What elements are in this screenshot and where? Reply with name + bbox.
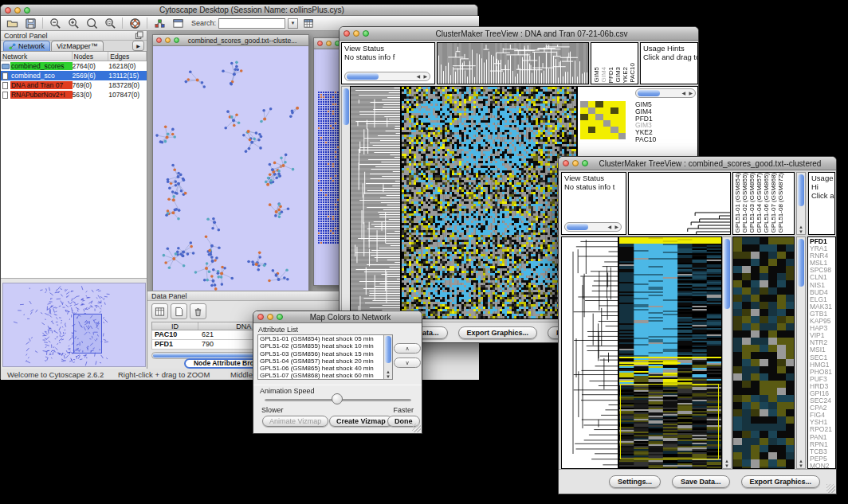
zoom-fit-button[interactable] xyxy=(84,17,100,30)
scroll-left-icon[interactable]: ◀ xyxy=(416,73,420,79)
minimize-icon[interactable] xyxy=(326,41,332,46)
zoom-window-icon[interactable] xyxy=(582,160,588,166)
close-icon[interactable] xyxy=(156,37,162,43)
network-overview-panel[interactable] xyxy=(2,283,146,367)
close-icon[interactable] xyxy=(344,30,350,37)
zoom-in-button[interactable] xyxy=(65,17,81,30)
gene-list-vscrollbar[interactable]: ▲▼ xyxy=(796,236,806,469)
zoom-window-icon[interactable] xyxy=(174,37,179,43)
open-session-button[interactable] xyxy=(4,17,20,30)
matrix-cell xyxy=(588,114,596,120)
scroll-right-icon[interactable]: ▶ xyxy=(614,224,618,229)
treeview2-action-button[interactable]: Export Graphics... xyxy=(741,475,821,488)
minimize-icon[interactable] xyxy=(14,7,21,14)
zoom-window-icon[interactable] xyxy=(24,7,30,14)
col-network[interactable]: Network xyxy=(1,52,73,61)
cytoscape-titlebar[interactable]: Cytoscape Desktop (Session Name: collins… xyxy=(1,5,477,16)
network-view-canvas[interactable] xyxy=(153,46,308,292)
tab-network[interactable]: Network xyxy=(3,41,50,51)
scroll-arrows[interactable]: ▲▼ xyxy=(797,225,805,234)
overview-viewport-rect[interactable] xyxy=(73,314,102,354)
scroll-right-icon[interactable]: ▶ xyxy=(689,90,693,96)
attribute-list-scrollbar[interactable]: ▲▼ xyxy=(383,335,392,379)
attribute-up-button[interactable]: ∧ xyxy=(394,343,421,354)
search-input[interactable] xyxy=(218,18,285,29)
float-panel-icon[interactable] xyxy=(135,31,143,40)
treeview2-titlebar[interactable]: ClusterMaker TreeView : combined_scores_… xyxy=(559,157,836,170)
labels-vscrollbar[interactable]: ▲▼ xyxy=(796,172,806,235)
attribute-item[interactable]: GPL51-01 (GSM854) heat shock 05 min xyxy=(258,335,383,342)
network-list-row[interactable]: combined_scores 2764(0) 16218(0) xyxy=(1,61,147,71)
scroll-left-icon[interactable]: ◀ xyxy=(607,224,611,229)
scroll-right-icon[interactable]: ▶ xyxy=(423,73,427,79)
gene-name[interactable]: PAC10 xyxy=(635,136,656,143)
treeview1-titlebar[interactable]: ClusterMaker TreeView : DNA and Tran 07-… xyxy=(340,27,698,41)
animate-vizmap-button[interactable]: Animate Vizmap xyxy=(262,416,328,427)
close-icon[interactable] xyxy=(317,41,323,46)
network-list-row[interactable]: combined_sco 2569(6) 13112(15) xyxy=(1,71,147,80)
heatmap-vscrollbar[interactable]: ▲▼ xyxy=(722,236,732,469)
network-graph[interactable] xyxy=(153,46,308,292)
row-dendrogram[interactable] xyxy=(562,237,618,468)
attribute-down-button[interactable]: ∨ xyxy=(394,357,421,368)
resize-grip[interactable] xyxy=(826,484,835,493)
id-column-header[interactable]: ID xyxy=(152,322,198,330)
minimize-icon[interactable] xyxy=(353,30,359,37)
resize-grip[interactable] xyxy=(412,424,421,432)
control-panel-header: Control Panel xyxy=(1,31,147,41)
select-attributes-button[interactable] xyxy=(151,303,168,319)
zoom-window-icon[interactable] xyxy=(363,30,369,37)
control-panel-tabs: Network VizMapper™ ▶ xyxy=(1,41,147,52)
help-button[interactable] xyxy=(127,17,143,30)
zoom-out-button[interactable] xyxy=(47,17,63,30)
status-hint-middle: Middle- xyxy=(230,370,255,379)
col-edges[interactable]: Edges xyxy=(108,52,147,61)
attribute-item[interactable]: GPL51-02 (GSM855) heat shock 10 min xyxy=(258,342,383,350)
speed-slider-thumb[interactable] xyxy=(332,393,343,404)
attribute-item[interactable]: GPL51-04 (GSM857) heat shock 20 min xyxy=(258,357,383,365)
new-attribute-button[interactable] xyxy=(171,303,187,319)
new-window-button[interactable] xyxy=(170,17,186,30)
tab-overflow-button[interactable]: ▶ xyxy=(132,41,144,51)
attribute-item[interactable]: GPL51-03 (GSM856) heat shock 15 min xyxy=(258,350,383,357)
network-list-row[interactable]: RNAPuberNov2+I 563(0) 107847(0) xyxy=(1,90,147,100)
minimize-icon[interactable] xyxy=(267,314,273,320)
row-dendrogram[interactable] xyxy=(351,87,400,318)
create-vizmap-button[interactable]: Create Vizmap xyxy=(329,416,393,427)
scroll-arrows[interactable]: ▲▼ xyxy=(797,459,805,468)
dialog-titlebar[interactable]: Map Colors to Network xyxy=(253,311,422,323)
zoom-selected-button[interactable] xyxy=(102,17,118,30)
view-status-hscrollbar[interactable]: ◀▶ xyxy=(564,222,622,232)
close-icon[interactable] xyxy=(563,160,569,166)
gene-name[interactable]: MON2 xyxy=(810,463,835,469)
similarity-matrix xyxy=(580,101,626,139)
column-dendrogram[interactable] xyxy=(438,43,588,84)
plugins-button[interactable] xyxy=(151,17,167,30)
treeview2-action-button[interactable]: Save Data... xyxy=(672,475,730,488)
attribute-item[interactable]: GPL51-07 (GSM868) heat shock 60 min xyxy=(258,372,383,379)
minimize-icon[interactable] xyxy=(165,37,171,43)
summary-hscrollbar[interactable]: ◀▶ xyxy=(635,88,696,98)
network-frame-1-titlebar[interactable]: combined_scores_good.txt--cluste... xyxy=(153,35,308,46)
close-icon[interactable] xyxy=(257,314,264,320)
save-session-button[interactable] xyxy=(22,17,38,30)
close-icon[interactable] xyxy=(5,7,11,14)
delete-attribute-button[interactable] xyxy=(190,303,206,319)
attribute-item[interactable]: GPL51-06 (GSM865) heat shock 40 min xyxy=(258,365,383,372)
column-dendrogram[interactable] xyxy=(629,173,730,234)
attribute-browser-button[interactable] xyxy=(300,17,316,30)
view-status-hscrollbar[interactable]: ◀▶ xyxy=(344,72,430,81)
tab-vizmapper[interactable]: VizMapper™ xyxy=(51,41,104,51)
treeview1-action-button[interactable]: Export Graphics... xyxy=(458,326,538,339)
network-list-row[interactable]: DNA and Tran 07 769(0) 183728(0) xyxy=(1,80,147,90)
scroll-arrows[interactable]: ▲▼ xyxy=(723,459,731,468)
search-dropdown-button[interactable]: ▼ xyxy=(288,18,298,29)
heatmap-canvas[interactable] xyxy=(402,87,576,318)
minimize-icon[interactable] xyxy=(572,160,579,166)
network-nodes-count: 2569(6) xyxy=(73,72,109,80)
scroll-left-icon[interactable]: ◀ xyxy=(681,90,685,96)
col-nodes[interactable]: Nodes xyxy=(73,52,109,61)
treeview2-action-button[interactable]: Settings... xyxy=(609,475,661,488)
zoom-window-icon[interactable] xyxy=(277,314,283,320)
scroll-arrows[interactable]: ▲▼ xyxy=(384,369,392,379)
